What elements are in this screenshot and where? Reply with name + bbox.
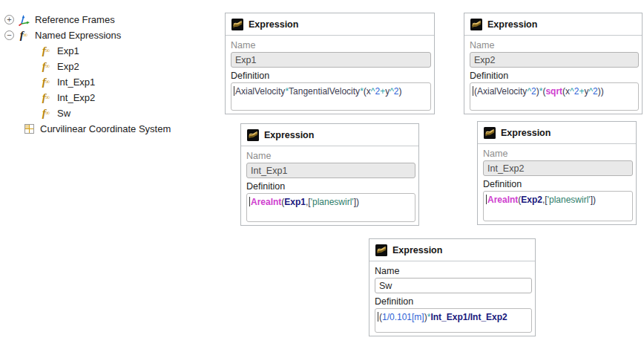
text-caret <box>378 312 378 322</box>
name-label: Name <box>246 151 416 161</box>
definition-expression: (1/0.101[m])*Int_Exp1/Int_Exp2 <box>379 312 507 322</box>
expand-icon[interactable]: + <box>4 15 14 25</box>
definition-expression: AreaInt(Exp2,['planeswirl']) <box>487 195 596 205</box>
panel-header: Expression <box>226 13 434 36</box>
panel-title: Expression <box>501 128 551 138</box>
definition-label: Definition <box>231 71 432 81</box>
definition-label: Definition <box>246 181 416 192</box>
definition-field[interactable]: (1/0.101[m])*Int_Exp1/Int_Exp2 <box>375 308 532 333</box>
name-label: Name <box>483 149 634 159</box>
tree-item-label: Curvilinear Coordinate System <box>40 123 171 134</box>
definition-label: Definition <box>483 179 634 189</box>
name-label: Name <box>470 40 640 51</box>
tree-item-exp2[interactable]: f∞ Exp2 <box>0 59 223 74</box>
tree-item-reference-frames[interactable]: + Reference Frames <box>0 12 223 27</box>
tree-item-exp1[interactable]: f∞ Exp1 <box>0 43 223 59</box>
tree-item-label: Int_Exp1 <box>57 76 95 88</box>
tree-item-sw[interactable]: f∞ Sw <box>0 105 223 121</box>
tree-item-int-exp2[interactable]: f∞ Int_Exp2 <box>0 90 223 105</box>
definition-field[interactable]: AxialVelocity*TangentialVelocity*(x^2+y^… <box>231 82 431 111</box>
name-label: Name <box>231 40 432 51</box>
tree-item-label: Exp1 <box>57 45 79 56</box>
tree-item-int-exp1[interactable]: f∞ Int_Exp1 <box>0 74 223 90</box>
name-field[interactable]: Int_Exp1 <box>246 163 415 178</box>
definition-expression: AxialVelocity*TangentialVelocity*(x^2+y^… <box>235 86 401 97</box>
expression-icon <box>247 129 259 141</box>
panel-header: Expression <box>241 124 418 146</box>
text-caret <box>234 86 234 96</box>
grid-icon <box>22 123 36 135</box>
collapse-icon[interactable]: − <box>4 30 14 40</box>
definition-field[interactable]: AreaInt(Exp2,['planeswirl']) <box>483 191 633 221</box>
definition-expression: AreaInt(Exp1,['planeswirl']) <box>251 197 359 207</box>
text-caret <box>486 195 487 204</box>
fx-icon: f∞ <box>39 61 53 73</box>
panel-title: Expression <box>392 245 442 255</box>
definition-field[interactable]: AreaInt(Exp1,['planeswirl']) <box>246 193 415 222</box>
object-tree: + Reference Frames − f∞ Named Expression… <box>0 12 223 137</box>
name-field[interactable]: Sw <box>375 278 532 293</box>
axis-triad-icon <box>17 14 30 26</box>
expression-panel-int-exp1: Expression Name Int_Exp1 Definition Area… <box>240 123 419 226</box>
panel-header: Expression <box>478 122 636 144</box>
panel-header: Expression <box>464 13 642 36</box>
panel-title: Expression <box>249 19 298 30</box>
fx-icon: f∞ <box>39 92 53 104</box>
expression-panel-exp1: Expression Name Exp1 Definition AxialVel… <box>225 13 435 114</box>
expression-icon <box>470 19 482 30</box>
expression-icon <box>231 19 243 30</box>
fx-icon: f∞ <box>39 45 53 57</box>
fx-icon: f∞ <box>39 76 53 88</box>
definition-field[interactable]: (AxialVelocity^2)*(sqrt(x^2+y^2)) <box>470 82 639 111</box>
tree-item-label: Sw <box>57 108 70 119</box>
tree-item-label: Int_Exp2 <box>57 92 95 103</box>
text-caret <box>249 197 250 206</box>
expression-icon <box>484 127 496 139</box>
expression-panel-exp2: Expression Name Exp2 Definition (AxialVe… <box>464 13 643 114</box>
name-label: Name <box>375 266 533 276</box>
panel-title: Expression <box>264 130 314 140</box>
tree-item-named-expressions[interactable]: − f∞ Named Expressions <box>0 27 223 43</box>
tree-item-curvilinear-coordinate-system[interactable]: Curvilinear Coordinate System <box>0 121 223 137</box>
tree-item-label: Reference Frames <box>35 14 115 25</box>
fx-icon: f∞ <box>39 108 53 120</box>
name-field[interactable]: Int_Exp2 <box>483 160 633 176</box>
fx-icon: f∞ <box>17 30 30 42</box>
expression-icon <box>375 244 387 256</box>
tree-item-label: Exp2 <box>57 61 79 72</box>
definition-label: Definition <box>470 71 640 81</box>
definition-label: Definition <box>375 296 533 307</box>
name-field[interactable]: Exp1 <box>231 52 431 68</box>
name-field[interactable]: Exp2 <box>470 52 639 68</box>
expression-panel-sw: Expression Name Sw Definition (1/0.101[m… <box>369 238 536 336</box>
expression-panel-int-exp2: Expression Name Int_Exp2 Definition Area… <box>477 121 637 225</box>
definition-expression: (AxialVelocity^2)*(sqrt(x^2+y^2)) <box>474 86 604 97</box>
panel-header: Expression <box>369 239 535 261</box>
tree-item-label: Named Expressions <box>35 30 121 41</box>
panel-title: Expression <box>487 19 537 30</box>
text-caret <box>473 86 473 96</box>
